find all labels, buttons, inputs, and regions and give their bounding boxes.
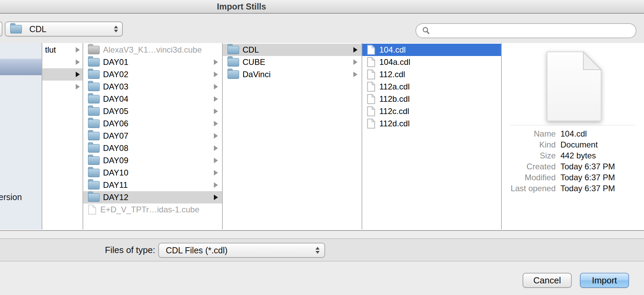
document-icon (367, 45, 375, 55)
list-item[interactable]: 104a.cdl (362, 56, 501, 68)
list-item[interactable]: DAY06 (83, 117, 222, 130)
list-item[interactable]: DAY09 (83, 154, 222, 167)
search-field[interactable] (415, 23, 636, 38)
list-item[interactable] (42, 81, 83, 93)
folder-icon (88, 181, 100, 189)
document-icon (367, 82, 375, 92)
list-item[interactable]: tlut (42, 44, 83, 56)
list-item[interactable]: 112c.cdl (362, 105, 501, 117)
folder-icon (228, 70, 239, 79)
folder-icon (88, 70, 100, 79)
divider (0, 231, 644, 238)
folder-icon (88, 193, 100, 202)
list-item[interactable]: DAY10 (83, 167, 222, 179)
cdl-column: CDL CUBE DaVinci (223, 43, 362, 229)
location-popup[interactable]: CDL (5, 22, 123, 37)
document-icon (367, 106, 375, 116)
info-row-size: Size 442 bytes (508, 150, 641, 161)
chevron-right-icon (76, 47, 80, 53)
list-item[interactable]: 112a.cdl (362, 81, 501, 93)
toolbar: CDL (0, 14, 644, 43)
files-column: 104.cdl 104a.cdl 112.cdl 112a.cdl 112b.c… (362, 43, 502, 229)
partial-control[interactable] (0, 22, 2, 37)
chevron-right-icon (214, 84, 218, 89)
chevron-right-icon (353, 72, 357, 77)
chevron-right-icon (214, 195, 218, 200)
folder-icon (228, 46, 239, 54)
info-row-kind: Kind Document (508, 139, 641, 150)
info-row-last-opened: Last opened Today 6:37 PM (508, 183, 641, 194)
folder-icon (88, 83, 100, 91)
list-item-selected[interactable] (42, 68, 83, 81)
info-row-modified: Modified Today 6:37 PM (508, 172, 641, 183)
chevron-right-icon (353, 47, 357, 53)
chevron-right-icon (214, 109, 218, 114)
list-item-disabled: AlexaV3_K1…vinci3d.cube (83, 44, 222, 56)
chevron-right-icon (214, 133, 218, 139)
footer: Cancel Import (0, 262, 644, 295)
folder-icon (88, 58, 100, 67)
list-item[interactable]: DAY04 (83, 93, 222, 105)
list-item[interactable]: DaVinci (223, 68, 362, 81)
folder-icon (10, 25, 22, 33)
import-button[interactable]: Import (580, 273, 629, 288)
sidebar-item-label: ersion (0, 192, 22, 202)
list-item[interactable]: 112.cdl (362, 68, 501, 81)
document-icon (367, 69, 375, 80)
list-item[interactable]: CUBE (223, 56, 362, 68)
chevron-right-icon (214, 121, 218, 126)
document-icon (88, 205, 96, 215)
cancel-button[interactable]: Cancel (523, 273, 572, 288)
document-icon (367, 57, 375, 67)
divider (510, 125, 635, 125)
window-title: Import Stills (0, 2, 483, 12)
document-preview-icon (545, 51, 603, 122)
chevron-right-icon (214, 182, 218, 188)
search-input[interactable] (433, 26, 630, 36)
chevron-right-icon (76, 84, 80, 89)
sidebar-selected-item[interactable] (0, 59, 42, 75)
folder-icon (88, 120, 100, 128)
list-item[interactable]: DAY11 (83, 179, 222, 191)
chevron-right-icon (214, 170, 218, 175)
list-item[interactable]: DAY05 (83, 105, 222, 117)
info-row-created: Created Today 6:37 PM (508, 161, 641, 172)
document-icon (367, 94, 375, 104)
chevron-right-icon (76, 59, 80, 65)
document-icon (367, 118, 375, 129)
list-item[interactable]: DAY02 (83, 68, 222, 81)
location-popup-value: CDL (29, 24, 114, 34)
file-browser: ersion tlut (0, 43, 644, 231)
list-item[interactable]: DAY01 (83, 56, 222, 68)
chevron-right-icon (214, 96, 218, 102)
filetype-popup[interactable]: CDL Files (*.cdl) (158, 243, 325, 258)
folder-icon (88, 132, 100, 140)
folder-icon (88, 95, 100, 103)
folder-icon (88, 107, 100, 116)
search-icon (422, 26, 430, 35)
list-item[interactable] (42, 56, 83, 68)
list-item[interactable]: DAY07 (83, 130, 222, 142)
import-stills-dialog: Import Stills CDL ersion tlut (0, 0, 644, 295)
list-item-selected[interactable]: 104.cdl (362, 44, 501, 56)
preview-pane: Name 104.cdl Kind Document Size 442 byte… (502, 43, 644, 229)
chevron-right-icon (353, 59, 357, 65)
list-item-selected[interactable]: CDL (223, 44, 362, 56)
list-item[interactable]: 112d.cdl (362, 117, 501, 130)
list-item[interactable]: 112b.cdl (362, 93, 501, 105)
chevron-right-icon (214, 59, 218, 65)
parent-column: tlut (42, 43, 83, 229)
file-info: Name 104.cdl Kind Document Size 442 byte… (508, 128, 641, 194)
chevron-right-icon (76, 72, 80, 77)
list-item-selected[interactable]: DAY12 (83, 191, 222, 203)
popup-stepper-icon (316, 247, 320, 254)
list-item[interactable]: DAY08 (83, 142, 222, 154)
folder-icon (88, 46, 100, 54)
list-item[interactable]: DAY03 (83, 81, 222, 93)
info-row-name: Name 104.cdl (508, 128, 641, 139)
folder-icon (88, 156, 100, 165)
chevron-right-icon (214, 158, 218, 163)
chevron-right-icon (214, 72, 218, 77)
folder-icon (88, 144, 100, 153)
filetype-label: Files of type: (0, 245, 155, 255)
